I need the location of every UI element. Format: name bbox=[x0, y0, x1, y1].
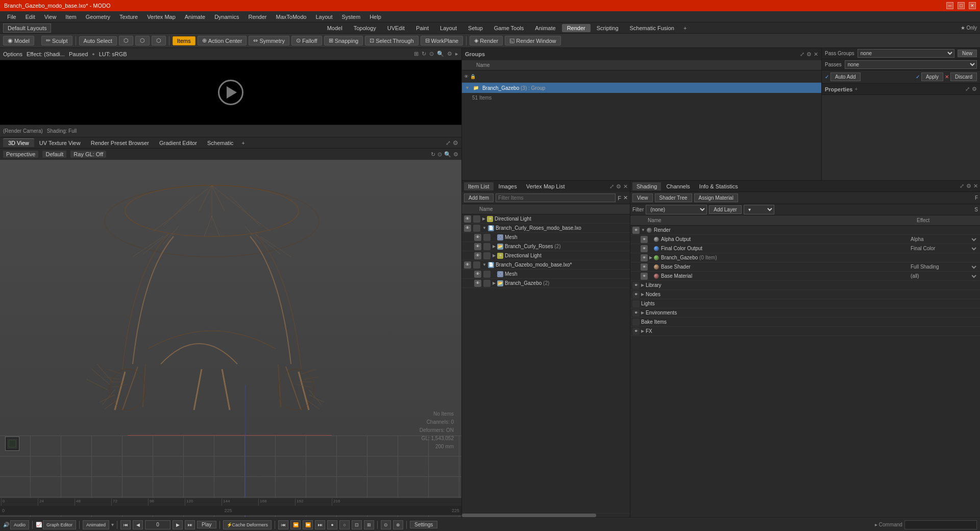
cache-deformers-button[interactable]: ⚡ Cache Deformers bbox=[223, 520, 272, 529]
pb-icon-4[interactable]: ⏭ bbox=[315, 520, 325, 529]
tab-gradient-editor[interactable]: Gradient Editor bbox=[154, 139, 202, 147]
shading-bake-items[interactable]: Bake Items bbox=[630, 318, 980, 327]
menu-dynamics[interactable]: Dynamics bbox=[210, 13, 243, 21]
sculpt-button[interactable]: ✏ Sculpt bbox=[41, 36, 72, 45]
lock-icon-1[interactable] bbox=[473, 215, 480, 223]
mode-tab-scripting[interactable]: Scripting bbox=[592, 24, 624, 32]
model-button[interactable]: ◉ Model bbox=[3, 36, 34, 45]
menu-view[interactable]: View bbox=[40, 13, 61, 21]
menu-animate[interactable]: Animate bbox=[181, 13, 209, 21]
shading-eye-bake[interactable] bbox=[632, 319, 640, 326]
shading-eye-bm[interactable]: 👁 bbox=[641, 273, 648, 280]
pb-icon-7[interactable]: ⊡ bbox=[352, 520, 362, 529]
eye-icon-5[interactable]: 👁 bbox=[474, 252, 481, 259]
lock-icon-7[interactable] bbox=[483, 271, 491, 278]
item-list-settings-icon[interactable]: ⚙ bbox=[616, 183, 621, 190]
shading-eye-lib[interactable]: 👁 bbox=[632, 282, 640, 289]
tab-render-preset[interactable]: Render Preset Browser bbox=[86, 139, 154, 147]
view-tab-add[interactable]: + bbox=[238, 139, 248, 147]
tab-uv-texture[interactable]: UV Texture View bbox=[34, 139, 86, 147]
render-window-button[interactable]: ◱ Render Window bbox=[505, 36, 560, 45]
render-icon-more[interactable]: ▸ bbox=[455, 51, 458, 57]
menu-file[interactable]: File bbox=[3, 13, 20, 21]
falloff-button[interactable]: ⊙ Falloff bbox=[291, 36, 322, 45]
lock-icon-3[interactable] bbox=[483, 234, 491, 241]
vp-icon-settings[interactable]: ⚙ bbox=[453, 151, 458, 158]
viewport-expand-icon[interactable]: ⤢ bbox=[446, 139, 451, 147]
pb-icon-3[interactable]: ⏩ bbox=[303, 520, 313, 529]
render-icon-zoom-fit[interactable]: ⊙ bbox=[429, 51, 434, 57]
step-forward-button[interactable]: ▶ bbox=[173, 520, 183, 529]
assign-material-button[interactable]: Assign Material bbox=[694, 194, 738, 202]
vp-icon-orbit[interactable]: ⊙ bbox=[437, 151, 442, 158]
render-effect[interactable]: Effect: (Shadi... bbox=[27, 51, 65, 57]
viewport-canvas[interactable]: No Items Channels: 0 Deformers: ON GL: 1… bbox=[0, 160, 461, 517]
render-icon-rotate[interactable]: ↻ bbox=[422, 51, 426, 57]
shader-tree-button[interactable]: Shader Tree bbox=[655, 194, 692, 202]
item-list-f-icon[interactable]: F bbox=[618, 195, 621, 201]
properties-settings-icon[interactable]: ⚙ bbox=[972, 86, 977, 92]
add-item-button[interactable]: Add Item bbox=[464, 194, 494, 202]
viewport-settings-icon[interactable]: ⚙ bbox=[453, 139, 458, 147]
default-label[interactable]: Default bbox=[42, 151, 66, 158]
tab-vertex-map[interactable]: Vertex Map List bbox=[522, 182, 569, 190]
lock-icon-2[interactable] bbox=[473, 225, 480, 232]
shading-settings-icon[interactable]: ⚙ bbox=[966, 183, 971, 189]
alpha-effect-select[interactable]: ▾ bbox=[972, 236, 978, 243]
render-icon-settings[interactable]: ⚙ bbox=[447, 51, 452, 57]
menu-vertex-map[interactable]: Vertex Map bbox=[143, 13, 180, 21]
shading-environments[interactable]: 👁 ▶ Environments bbox=[630, 308, 980, 318]
item-list-resize-icon[interactable]: ⤢ bbox=[609, 183, 614, 190]
maximize-button[interactable]: □ bbox=[958, 2, 965, 9]
shading-eye-fx[interactable]: 👁 bbox=[632, 328, 640, 335]
menu-geometry[interactable]: Geometry bbox=[82, 13, 114, 21]
workplane-button[interactable]: ⊟ WorkPlane bbox=[421, 36, 463, 45]
lock-icon-8[interactable] bbox=[483, 280, 491, 287]
mode-tab-add[interactable]: + bbox=[680, 24, 690, 32]
base-material-effect-select[interactable]: ▾ bbox=[972, 273, 978, 279]
eye-icon-2[interactable]: 👁 bbox=[464, 225, 471, 232]
pass-groups-new-button[interactable]: New bbox=[958, 50, 977, 57]
audio-button[interactable]: Audio bbox=[10, 520, 29, 529]
pb-icon-2[interactable]: ⏪ bbox=[290, 520, 301, 529]
mode-tab-layout[interactable]: Layout bbox=[435, 24, 462, 32]
shading-s-shortcut[interactable]: S bbox=[974, 207, 978, 212]
group-row[interactable]: ▼ 📁 Branch_Gazebo (3) : Group bbox=[462, 83, 821, 93]
ray-gl-label[interactable]: Ray GL: Off bbox=[70, 151, 106, 158]
item-list-scrollbar[interactable] bbox=[462, 513, 630, 517]
pass-groups-dropdown[interactable]: none bbox=[857, 49, 954, 58]
item-directional-light-1[interactable]: 👁 ▶ ☀ Directional Light bbox=[462, 214, 630, 224]
lock-icon-6[interactable] bbox=[473, 261, 480, 269]
mode-tab-uvedit[interactable]: UVEdit bbox=[382, 24, 410, 32]
shading-close-icon[interactable]: ✕ bbox=[973, 183, 978, 189]
menu-system[interactable]: System bbox=[337, 13, 364, 21]
final-color-effect-select[interactable]: ▾ bbox=[972, 246, 978, 252]
menu-texture[interactable]: Texture bbox=[115, 13, 142, 21]
item-list-close-icon2[interactable]: ✕ bbox=[623, 195, 628, 201]
vp-icon-search[interactable]: 🔍 bbox=[444, 151, 451, 158]
eye-icon-4[interactable]: 👁 bbox=[474, 243, 481, 250]
shading-eye-bg[interactable]: 👁 bbox=[641, 254, 648, 261]
perspective-label[interactable]: Perspective bbox=[3, 151, 38, 158]
menu-item[interactable]: Item bbox=[61, 13, 80, 21]
discard-button[interactable]: Discard bbox=[950, 73, 977, 81]
minimize-button[interactable]: ─ bbox=[946, 2, 953, 9]
groups-settings-icon[interactable]: ⚙ bbox=[806, 51, 812, 58]
pb-icon-9[interactable]: ⊙ bbox=[381, 520, 391, 529]
add-layer-dropdown[interactable]: ▾ bbox=[744, 205, 774, 214]
menu-help[interactable]: Help bbox=[365, 13, 385, 21]
play-button[interactable] bbox=[218, 80, 243, 105]
eye-icon-1[interactable]: 👁 bbox=[464, 215, 471, 223]
eye-icon-8[interactable]: 👁 bbox=[474, 280, 481, 287]
pb-icon-5[interactable]: ● bbox=[327, 520, 337, 529]
close-button[interactable]: ✕ bbox=[969, 2, 976, 9]
render-button[interactable]: ◈ Render bbox=[470, 36, 503, 45]
step-back-button[interactable]: ◀ bbox=[133, 520, 143, 529]
item-branch-curly-roses[interactable]: 👁 ▶ 📂 Branch_Curly_Roses (2) bbox=[462, 242, 630, 251]
passes-dropdown[interactable]: none bbox=[845, 60, 977, 69]
groups-close-icon[interactable]: ✕ bbox=[814, 51, 818, 58]
shield-icon-1[interactable]: ⬡ bbox=[119, 36, 133, 45]
lock-icon-4[interactable] bbox=[483, 243, 491, 250]
shield-icon-2[interactable]: ⬡ bbox=[135, 36, 150, 45]
menu-layout[interactable]: Layout bbox=[311, 13, 336, 21]
